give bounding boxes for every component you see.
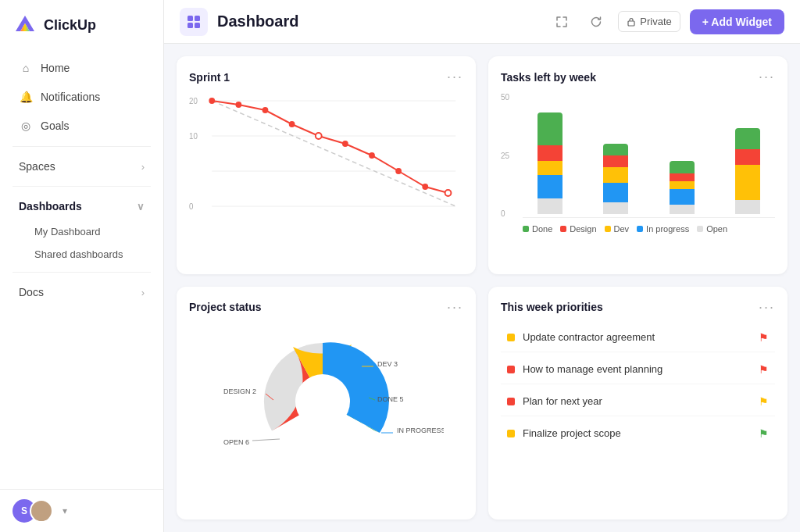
priority-label-3: Plan for next year [523,395,602,407]
pie-chart-container: DEV 3 IN PROGRESS 5 DONE 5 DESIGN 2 OPEN… [189,323,463,480]
flag-icon-3: ⚑ [759,395,769,408]
sprint-title: Sprint 1 [189,71,230,84]
bar-y-50: 50 [501,93,509,102]
sidebar-navigation: ⌂ Home 🔔 Notifications ◎ Goals Spaces › … [0,47,163,489]
svg-rect-5 [195,16,200,21]
svg-rect-6 [188,23,193,28]
svg-point-23 [369,152,375,159]
priority-left-4: Finalize project scope [507,427,621,439]
bar-group-3 [655,161,709,214]
avatar-chevron: ▾ [62,505,67,516]
svg-point-21 [316,133,322,139]
avatar-group[interactable]: S [12,499,53,523]
divider-2 [12,186,151,187]
my-dashboard-label: My Dashboard [34,226,101,237]
svg-point-3 [34,513,48,523]
pie-chart: DEV 3 IN PROGRESS 5 DONE 5 DESIGN 2 OPEN… [209,323,444,480]
goals-icon: ◎ [19,119,33,133]
sidebar-item-goals[interactable]: ◎ Goals [6,112,157,140]
priority-left-3: Plan for next year [507,395,602,407]
priority-item-4: Finalize project scope ⚑ [501,420,775,448]
priorities-widget: This week priorities ··· Update contract… [488,287,788,520]
dashboard-grid: Sprint 1 ··· 20 10 0 [164,44,800,532]
svg-point-27 [295,374,350,429]
svg-point-25 [422,184,428,190]
spaces-label: Spaces [19,160,55,173]
expand-icon[interactable] [549,9,574,34]
private-label: Private [640,16,671,27]
priority-item-3: Plan for next year ⚑ [501,387,775,416]
dashboards-label: Dashboards [19,200,82,212]
svg-point-19 [262,107,269,113]
svg-rect-4 [188,16,193,21]
flag-icon-4: ⚑ [759,427,769,440]
priority-dot-2 [507,366,515,373]
svg-text:10: 10 [189,132,198,141]
chevron-down-icon: ∨ [137,201,145,212]
page-title: Dashboard [217,12,298,30]
sidebar-item-my-dashboard[interactable]: My Dashboard [0,220,163,243]
priorities-header: This week priorities ··· [501,299,775,316]
tasks-menu-button[interactable]: ··· [759,69,775,85]
legend-design: Design [560,224,596,234]
sidebar-item-notifications[interactable]: 🔔 Notifications [6,83,157,111]
sprint-widget-header: Sprint 1 ··· [189,69,463,85]
priority-dot-1 [507,334,515,341]
sidebar-bottom: S ▾ [0,489,163,532]
priority-item-1: Update contractor agreement ⚑ [501,323,775,352]
sidebar-item-dashboards[interactable]: Dashboards ∨ [6,193,157,220]
main-content: Dashboard Private + Add Widget [164,0,800,532]
bar-legend: Done Design Dev In progress [523,224,775,234]
svg-line-37 [252,439,280,441]
svg-point-20 [289,121,295,127]
private-button[interactable]: Private [618,11,680,32]
svg-point-18 [235,102,241,108]
svg-line-16 [212,101,455,206]
priorities-menu[interactable]: ··· [759,299,775,316]
svg-rect-7 [195,23,200,28]
priority-list: Update contractor agreement ⚑ How to man… [501,323,775,448]
flag-icon-1: ⚑ [759,331,769,344]
priority-label-1: Update contractor agreement [523,331,655,343]
refresh-icon[interactable] [584,9,609,34]
home-icon: ⌂ [19,61,33,75]
chevron-right-icon: › [141,161,145,173]
avatar-img [30,499,53,523]
home-label: Home [41,62,70,74]
bar-group-2 [588,144,643,214]
flag-icon-2: ⚑ [759,363,769,376]
divider-3 [12,272,151,273]
sidebar: ClickUp ⌂ Home 🔔 Notifications ◎ Goals S… [0,0,164,532]
project-status-title: Project status [189,301,262,313]
add-widget-button[interactable]: + Add Widget [690,9,784,34]
sprint-chart: 20 10 0 [189,93,463,218]
sprint-menu-button[interactable]: ··· [447,69,463,85]
sidebar-item-home[interactable]: ⌂ Home [6,54,157,82]
svg-text:OPEN 6: OPEN 6 [223,438,249,446]
legend-dev: Dev [605,224,630,234]
bar-y-25: 25 [501,152,509,160]
shared-dashboards-label: Shared dashboards [34,248,123,260]
priority-dot-4 [507,430,515,437]
topbar-left: Dashboard [180,8,298,36]
clickup-logo-icon [12,12,38,37]
topbar: Dashboard Private + Add Widget [164,0,800,44]
priority-left-2: How to manage event planning [507,363,662,375]
sprint-widget: Sprint 1 ··· 20 10 0 [177,56,476,274]
sidebar-item-shared-dashboards[interactable]: Shared dashboards [0,243,163,266]
sidebar-item-spaces[interactable]: Spaces › [6,153,157,180]
sidebar-item-docs[interactable]: Docs › [6,279,157,305]
project-status-menu[interactable]: ··· [447,299,463,316]
priority-dot-3 [507,398,515,405]
bar-y-0: 0 [501,209,509,218]
legend-done: Done [523,224,552,234]
goals-label: Goals [41,120,70,132]
svg-text:20: 20 [189,97,198,105]
chevron-right-icon-2: › [141,287,145,298]
priority-label-2: How to manage event planning [523,363,662,375]
svg-point-26 [445,190,452,196]
priority-left-1: Update contractor agreement [507,331,655,343]
tasks-title: Tasks left by week [501,71,596,84]
svg-rect-8 [628,21,634,26]
svg-point-17 [209,98,215,104]
